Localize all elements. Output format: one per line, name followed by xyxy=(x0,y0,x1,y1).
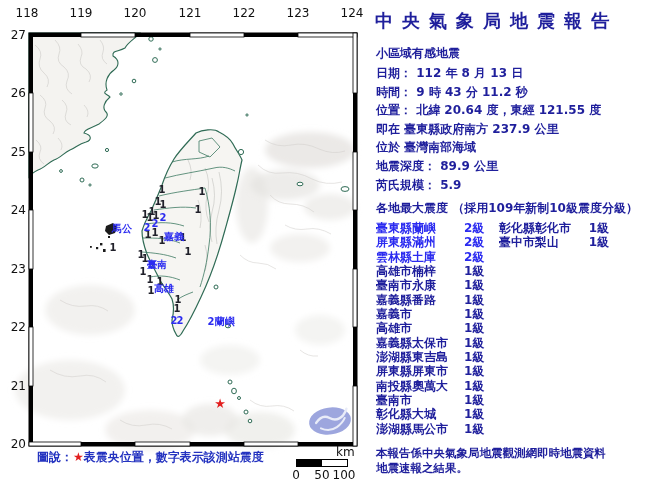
intensity-location: 南投縣奧萬大 xyxy=(376,379,464,393)
intensity-location: 雲林縣土庫 xyxy=(376,250,464,264)
intensity-location: 臺東縣蘭嶼 xyxy=(376,221,464,235)
intensity-row: 臺中市梨山1級 xyxy=(499,235,609,249)
intensity-value: 1級 xyxy=(464,264,484,278)
report-subtitle: 小區域有感地震 xyxy=(376,45,460,62)
intensity-value: 2級 xyxy=(464,235,484,249)
footer-line: 本報告係中央氣象局地震觀測網即時地震資料 xyxy=(376,446,606,461)
scalebar-unit: km xyxy=(336,445,355,459)
intensity-row: 臺南市1級 xyxy=(376,393,499,407)
scalebar-tick-0: 0 xyxy=(292,468,300,482)
legend-prefix: 圖說： xyxy=(37,450,73,464)
scalebar-tick-50: 50 xyxy=(314,468,329,482)
intensity-row: 彰化縣彰化市1級 xyxy=(499,221,609,235)
scalebar-white-half xyxy=(322,460,347,466)
intensity-location: 屏東縣屏東市 xyxy=(376,364,464,378)
legend-text: 表震央位置，數字表示該測站震度 xyxy=(84,450,264,464)
intensity-value: 1級 xyxy=(464,350,484,364)
intensity-column-right: 彰化縣彰化市1級臺中市梨山1級 xyxy=(499,221,609,436)
intensity-location: 嘉義縣太保市 xyxy=(376,336,464,350)
intensity-value: 1級 xyxy=(464,321,484,335)
intensity-location: 嘉義市 xyxy=(376,307,464,321)
intensity-value: 1級 xyxy=(589,221,609,235)
map-legend: 圖說：★表震央位置，數字表示該測站震度 xyxy=(37,449,264,466)
info-line: 即在 臺東縣政府南方 237.9 公里 xyxy=(376,120,601,139)
intensity-value: 2級 xyxy=(464,250,484,264)
intensity-location: 彰化縣大城 xyxy=(376,407,464,421)
scalebar-tick-100: 100 xyxy=(333,468,356,482)
intensity-location: 澎湖縣東吉島 xyxy=(376,350,464,364)
report-footer: 本報告係中央氣象局地震觀測網即時地震資料地震速報之結果。 xyxy=(376,446,606,475)
intensity-location: 臺南市 xyxy=(376,393,464,407)
intensity-row: 嘉義市1級 xyxy=(376,307,499,321)
intensity-location: 高雄市楠梓 xyxy=(376,264,464,278)
intensity-columns: 臺東縣蘭嶼2級屏東縣滿州2級雲林縣土庫2級高雄市楠梓1級臺南市永康1級嘉義縣番路… xyxy=(376,221,609,436)
intensity-row: 南投縣奧萬大1級 xyxy=(376,379,499,393)
info-line: 位於 臺灣南部海域 xyxy=(376,138,601,157)
intensity-location: 嘉義縣番路 xyxy=(376,293,464,307)
intensity-row: 高雄市楠梓1級 xyxy=(376,264,499,278)
intensity-location: 臺南市永康 xyxy=(376,278,464,292)
info-line: 地震深度： 89.9 公里 xyxy=(376,157,601,176)
intensity-row: 臺東縣蘭嶼2級 xyxy=(376,221,499,235)
intensity-location: 彰化縣彰化市 xyxy=(499,221,589,235)
intensity-row: 屏東縣屏東市1級 xyxy=(376,364,499,378)
info-line: 芮氏規模： 5.9 xyxy=(376,176,601,195)
intensity-location: 屏東縣滿州 xyxy=(376,235,464,249)
info-line: 日期： 112 年 8 月 13 日 xyxy=(376,64,601,83)
intensity-location: 高雄市 xyxy=(376,321,464,335)
footer-line: 地震速報之結果。 xyxy=(376,461,606,476)
intensity-row: 澎湖縣馬公市1級 xyxy=(376,422,499,436)
report-panel: 中央氣象局地震報告 小區域有感地震 日期： 112 年 8 月 13 日時間： … xyxy=(372,0,656,492)
intensity-row: 雲林縣土庫2級 xyxy=(376,250,499,264)
intensity-value: 1級 xyxy=(464,336,484,350)
intensity-location: 澎湖縣馬公市 xyxy=(376,422,464,436)
epicenter-star-icon: ★ xyxy=(73,450,84,464)
intensity-row: 澎湖縣東吉島1級 xyxy=(376,350,499,364)
intensity-location: 臺中市梨山 xyxy=(499,235,589,249)
intensity-value: 1級 xyxy=(464,364,484,378)
earthquake-report-page: 1181191201211221231242726252423222120 11… xyxy=(0,0,656,492)
intensity-value: 1級 xyxy=(464,379,484,393)
intensity-value: 1級 xyxy=(464,307,484,321)
intensity-row: 嘉義縣番路1級 xyxy=(376,293,499,307)
intensity-value: 1級 xyxy=(464,422,484,436)
intensity-value: 1級 xyxy=(464,293,484,307)
intensity-value: 2級 xyxy=(464,221,484,235)
intensity-row: 嘉義縣太保市1級 xyxy=(376,336,499,350)
intensity-header: 各地最大震度 （採用109年新制10級震度分級） xyxy=(376,200,638,217)
intensity-row: 高雄市1級 xyxy=(376,321,499,335)
intensity-value: 1級 xyxy=(464,407,484,421)
report-info-lines: 日期： 112 年 8 月 13 日時間： 9 時 43 分 11.2 秒位置：… xyxy=(376,64,601,194)
intensity-value: 1級 xyxy=(464,393,484,407)
intensity-column-left: 臺東縣蘭嶼2級屏東縣滿州2級雲林縣土庫2級高雄市楠梓1級臺南市永康1級嘉義縣番路… xyxy=(376,221,499,436)
intensity-row: 彰化縣大城1級 xyxy=(376,407,499,421)
taiwan-map xyxy=(0,0,370,492)
info-line: 時間： 9 時 43 分 11.2 秒 xyxy=(376,83,601,102)
intensity-value: 1級 xyxy=(589,235,609,249)
map-panel: 1181191201211221231242726252423222120 11… xyxy=(0,0,370,492)
intensity-value: 1級 xyxy=(464,278,484,292)
intensity-row: 屏東縣滿州2級 xyxy=(376,235,499,249)
scale-bar xyxy=(296,459,348,467)
info-line: 位置： 北緯 20.64 度，東經 121.55 度 xyxy=(376,101,601,120)
intensity-row: 臺南市永康1級 xyxy=(376,278,499,292)
report-title: 中央氣象局地震報告 xyxy=(375,9,618,33)
scalebar-black-half xyxy=(297,460,322,466)
